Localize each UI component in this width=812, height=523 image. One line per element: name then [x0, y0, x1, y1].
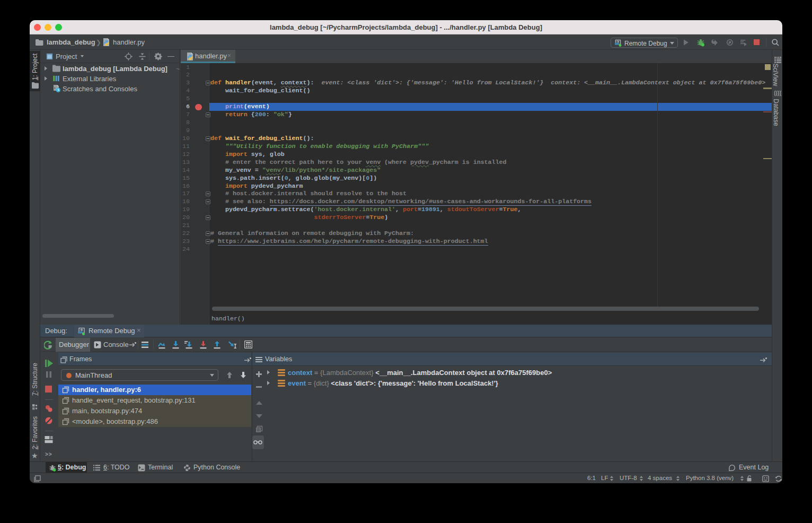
svg-text:?: ?	[780, 479, 782, 482]
